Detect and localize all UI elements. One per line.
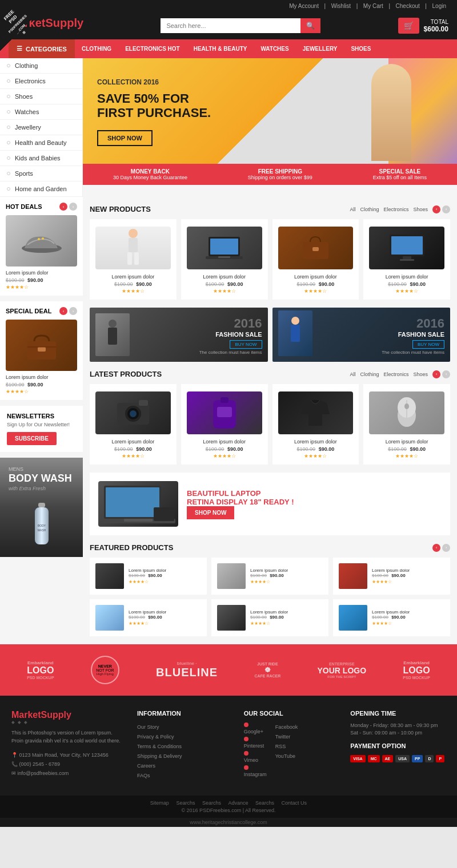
new-product-2[interactable]: Lorem ipsum dolor $100.00 $90.00 ★★★★☆ bbox=[272, 219, 359, 300]
social-facebook[interactable]: Facebook bbox=[275, 722, 298, 732]
footer-copyright: © 2016 PSDFreebies.com | All Reserved. bbox=[5, 808, 452, 813]
footer-contact[interactable]: Contact Us bbox=[282, 800, 307, 806]
nav-shoes[interactable]: SHOES bbox=[344, 40, 378, 58]
new-products-filter-all[interactable]: All bbox=[350, 207, 355, 212]
latest-product-1-name: Lorem ipsum dolor bbox=[187, 439, 262, 445]
sidebar-item-kids[interactable]: Kids and Babies bbox=[0, 151, 82, 166]
social-pinterest[interactable]: Pinterest bbox=[244, 737, 267, 751]
new-products-filter-clothing[interactable]: Clothing bbox=[360, 207, 379, 212]
cart-area[interactable]: 🛒 TOTAL $600.00 bbox=[398, 18, 448, 34]
latest-filter-clothing[interactable]: Clothing bbox=[360, 372, 379, 377]
search-input[interactable] bbox=[161, 18, 300, 33]
footer-privacy[interactable]: Privacy & Policy bbox=[137, 732, 232, 742]
footer-advance[interactable]: Advance bbox=[228, 800, 248, 806]
new-products-filter-shoes[interactable]: Shoes bbox=[413, 207, 428, 212]
social-instagram[interactable]: Instagram bbox=[244, 765, 267, 780]
sidebar-item-shoes[interactable]: Shoes bbox=[0, 89, 82, 104]
footer-company: MarketSupply ◆ ◆ ◆ This is Photoshop's v… bbox=[11, 710, 126, 781]
hero-cta-button[interactable]: SHOP NOW bbox=[97, 130, 153, 146]
nav-health[interactable]: HEALTH & BEAUTY bbox=[187, 40, 254, 58]
footer-terms[interactable]: Terms & Conditions bbox=[137, 742, 232, 752]
new-products-next[interactable]: › bbox=[442, 205, 450, 213]
new-product-0[interactable]: Lorem ipsum dolor $100.00 $90.00 ★★★★☆ bbox=[90, 219, 177, 300]
new-products-filter-electronics[interactable]: Electronics bbox=[383, 207, 408, 212]
featured-product-4[interactable]: Lorem ipsum dolor $100.00 $90.00 ★★★★☆ bbox=[211, 599, 328, 636]
special-deal-title: SPECIAL DEAL bbox=[6, 308, 51, 314]
svg-rect-25 bbox=[108, 328, 117, 345]
nav-electronics[interactable]: ELECTRONICS HOT bbox=[118, 40, 187, 58]
laptop-promo-btn[interactable]: SHOP NOW bbox=[187, 506, 234, 519]
fashion-buy-now-0[interactable]: BUY NOW bbox=[230, 340, 262, 349]
footer-careers[interactable]: Careers bbox=[137, 761, 232, 771]
sidebar-item-electronics[interactable]: Electronics bbox=[0, 74, 82, 89]
search-button[interactable]: 🔍 bbox=[300, 18, 320, 33]
my-account-link[interactable]: My Account bbox=[289, 3, 319, 9]
latest-prev[interactable]: ‹ bbox=[432, 370, 440, 378]
footer-info-title: INFORMATION bbox=[137, 710, 232, 717]
bullet-icon bbox=[7, 126, 10, 129]
special-deal-next[interactable]: › bbox=[69, 307, 77, 315]
featured-product-1[interactable]: Lorem ipsum dolor $100.00 $90.00 ★★★★☆ bbox=[211, 558, 328, 595]
latest-next[interactable]: › bbox=[442, 370, 450, 378]
svg-rect-32 bbox=[139, 400, 148, 406]
payment-mc: MC bbox=[368, 755, 380, 762]
nav-watches[interactable]: WATCHES bbox=[254, 40, 295, 58]
social-google[interactable]: Google+ bbox=[244, 722, 267, 737]
opening-days-0: Monday - Friday: bbox=[350, 722, 389, 728]
sidebar-item-clothing[interactable]: Clothing bbox=[0, 58, 82, 74]
latest-product-0-img bbox=[95, 390, 171, 435]
latest-product-0[interactable]: Lorem ipsum dolor $100.00 $90.00 ★★★★☆ bbox=[90, 384, 177, 465]
latest-product-2-stars: ★★★★☆ bbox=[278, 453, 354, 459]
fashion-banner-1[interactable]: 2016 FASHION SALE BUY NOW The collection… bbox=[272, 308, 451, 362]
social-rss[interactable]: RSS bbox=[275, 742, 298, 752]
footer-our-story[interactable]: Our Story bbox=[137, 722, 232, 732]
newsletter-section: NEWSLETTERS Sign Up for Our Newsletter! … bbox=[0, 406, 83, 452]
featured-next[interactable]: › bbox=[442, 544, 450, 552]
special-deal-prev[interactable]: ‹ bbox=[59, 307, 67, 315]
social-youtube[interactable]: YouTube bbox=[275, 752, 298, 761]
featured-product-3[interactable]: Lorem ipsum dolor $100.00 $90.00 ★★★★☆ bbox=[90, 599, 207, 636]
sidebar-item-jewellery[interactable]: Jewellery bbox=[0, 120, 82, 135]
nav-jewellery[interactable]: JEWELLERY bbox=[296, 40, 344, 58]
sidebar-item-sports[interactable]: Sports bbox=[0, 166, 82, 181]
sidebar-item-health[interactable]: Health and Beauty bbox=[0, 135, 82, 151]
featured-product-0[interactable]: Lorem ipsum dolor $100.00 $90.00 ★★★★☆ bbox=[90, 558, 207, 595]
laptop-promo-text: BEAUTIFUL LAPTOP RETINA DISPLAY 18" READ… bbox=[187, 489, 294, 519]
nav-clothing[interactable]: CLOTHING bbox=[75, 40, 118, 58]
wishlist-link[interactable]: Wishlist bbox=[331, 3, 351, 9]
latest-product-2[interactable]: Lorem ipsum dolor $100.00 $90.00 ★★★★☆ bbox=[272, 384, 359, 465]
social-vimeo[interactable]: Vimeo bbox=[244, 751, 267, 765]
latest-product-3[interactable]: Lorem ipsum dolor $100.00 $90.00 ★★★★☆ bbox=[363, 384, 450, 465]
hot-deals-prev[interactable]: ‹ bbox=[59, 203, 67, 211]
my-cart-link[interactable]: My Cart bbox=[363, 3, 383, 9]
svg-rect-21 bbox=[391, 236, 423, 255]
new-product-3[interactable]: Lorem ipsum dolor $100.00 $90.00 ★★★★☆ bbox=[363, 219, 450, 300]
featured-product-5[interactable]: Lorem ipsum dolor $100.00 $90.00 ★★★★☆ bbox=[333, 599, 450, 636]
checkout-link[interactable]: Checkout bbox=[396, 3, 420, 9]
footer-shipping[interactable]: Shipping & Delivery bbox=[137, 752, 232, 761]
featured-prev[interactable]: ‹ bbox=[432, 544, 440, 552]
latest-filter-shoes[interactable]: Shoes bbox=[413, 372, 428, 377]
fashion-year-0: 2016 bbox=[199, 316, 262, 331]
mouse-image bbox=[369, 391, 444, 434]
footer-search2[interactable]: Searchs bbox=[202, 800, 221, 806]
latest-filter-electronics[interactable]: Electronics bbox=[383, 372, 408, 377]
footer-search3[interactable]: Searchs bbox=[255, 800, 274, 806]
login-link[interactable]: Login bbox=[432, 3, 446, 9]
hot-deals-next[interactable]: › bbox=[69, 203, 77, 211]
featured-product-2-name: Lorem ipsum dolor bbox=[372, 568, 444, 573]
subscribe-button[interactable]: SUBSCRIBE bbox=[7, 432, 57, 445]
footer-sitemap[interactable]: Sitemap bbox=[150, 800, 169, 806]
latest-filter-all[interactable]: All bbox=[350, 372, 355, 377]
social-twitter[interactable]: Twitter bbox=[275, 732, 298, 742]
fashion-banner-0[interactable]: 2016 FASHION SALE BUY NOW The collection… bbox=[90, 308, 268, 362]
footer-search1[interactable]: Searchs bbox=[176, 800, 195, 806]
latest-product-1[interactable]: Lorem ipsum dolor $100.00 $90.00 ★★★★☆ bbox=[181, 384, 268, 465]
footer-faqs[interactable]: FAQs bbox=[137, 771, 232, 781]
new-product-1[interactable]: Lorem ipsum dolor $100.00 $90.00 ★★★★☆ bbox=[181, 219, 268, 300]
new-products-prev[interactable]: ‹ bbox=[432, 205, 440, 213]
sidebar-item-home[interactable]: Home and Garden bbox=[0, 181, 82, 197]
fashion-buy-now-1[interactable]: BUY NOW bbox=[412, 340, 444, 349]
sidebar-item-watches[interactable]: Watches bbox=[0, 104, 82, 120]
featured-product-2[interactable]: Lorem ipsum dolor $100.00 $90.00 ★★★★☆ bbox=[333, 558, 450, 595]
